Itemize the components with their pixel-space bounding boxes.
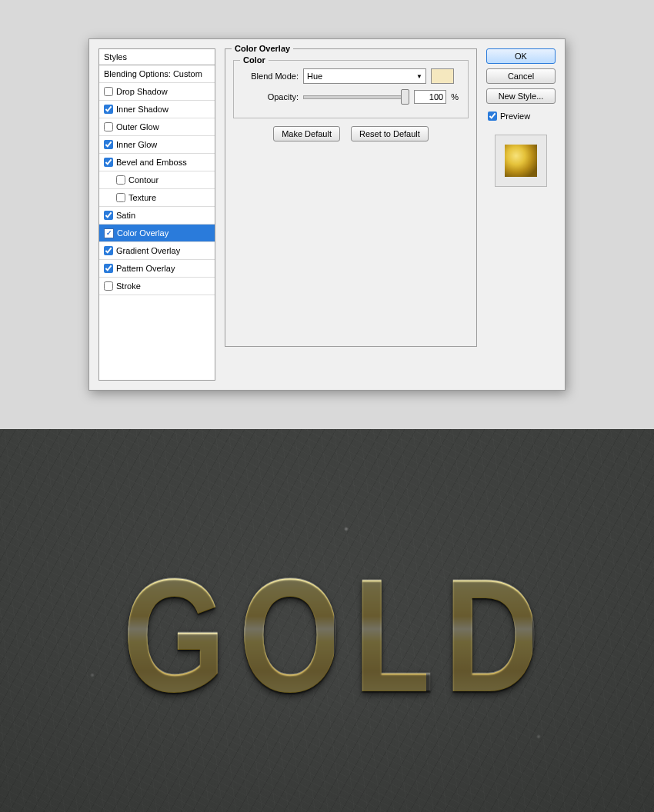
opacity-label: Opacity:: [243, 92, 299, 102]
style-checkbox-gradient-overlay[interactable]: [104, 246, 113, 255]
blending-options-label: Blending Options: Custom: [104, 69, 202, 78]
gold-letter: O: [239, 555, 335, 717]
style-label-texture: Texture: [128, 193, 156, 202]
style-checkbox-texture[interactable]: [116, 193, 125, 202]
style-label-drop-shadow: Drop Shadow: [116, 87, 168, 96]
gold-letter: D: [444, 555, 532, 717]
settings-panel: Color Overlay Color Blend Mode: Hue ▼: [225, 48, 477, 381]
styles-header: Styles: [99, 49, 215, 65]
blend-mode-value: Hue: [307, 72, 322, 81]
style-label-outer-glow: Outer Glow: [116, 122, 159, 131]
style-row-stroke[interactable]: Stroke: [99, 278, 215, 295]
new-style-button[interactable]: New Style...: [486, 88, 556, 104]
color-overlay-fieldset: Color Overlay Color Blend Mode: Hue ▼: [225, 48, 477, 347]
style-checkbox-satin[interactable]: [104, 211, 113, 220]
gold-letter: L: [353, 555, 426, 717]
thumbnail-swatch: [505, 145, 537, 177]
opacity-slider[interactable]: [303, 95, 409, 99]
blend-mode-label: Blend Mode:: [243, 72, 299, 81]
reset-default-button[interactable]: Reset to Default: [351, 126, 429, 141]
style-checkbox-bevel-emboss[interactable]: [104, 158, 113, 167]
style-label-contour: Contour: [128, 175, 158, 185]
blending-options-row[interactable]: Blending Options: Custom: [99, 65, 215, 83]
ok-button[interactable]: OK: [486, 48, 556, 64]
style-label-satin: Satin: [116, 211, 135, 220]
layer-style-dialog: Styles Blending Options: Custom Drop Sha…: [88, 38, 566, 391]
preview-checkbox[interactable]: [488, 111, 497, 121]
style-row-outer-glow[interactable]: Outer Glow: [99, 118, 215, 136]
slider-thumb[interactable]: [401, 89, 409, 105]
preview-toggle[interactable]: Preview: [486, 110, 556, 122]
color-swatch[interactable]: [431, 68, 454, 84]
style-label-pattern-overlay: Pattern Overlay: [116, 264, 175, 273]
color-group: Color Blend Mode: Hue ▼ Opacity:: [233, 60, 469, 118]
style-checkbox-color-overlay[interactable]: [104, 228, 114, 238]
artwork-canvas: GOLD: [0, 429, 654, 812]
styles-panel: Styles Blending Options: Custom Drop Sha…: [98, 48, 215, 381]
style-label-gradient-overlay: Gradient Overlay: [116, 246, 180, 255]
style-row-texture[interactable]: Texture: [99, 189, 215, 207]
chevron-down-icon: ▼: [416, 73, 422, 80]
blend-mode-select[interactable]: Hue ▼: [303, 68, 426, 84]
cancel-button[interactable]: Cancel: [486, 68, 556, 84]
gold-letter: G: [122, 555, 218, 717]
style-checkbox-pattern-overlay[interactable]: [104, 264, 113, 273]
preview-thumbnail: [495, 135, 547, 187]
style-label-bevel-emboss: Bevel and Emboss: [116, 158, 187, 167]
style-row-drop-shadow[interactable]: Drop Shadow: [99, 83, 215, 101]
style-label-stroke: Stroke: [116, 281, 141, 291]
color-group-title: Color: [240, 55, 269, 65]
opacity-unit: %: [451, 92, 459, 102]
style-row-gradient-overlay[interactable]: Gradient Overlay: [99, 242, 215, 260]
gold-text: GOLD: [112, 555, 542, 717]
style-row-contour[interactable]: Contour: [99, 171, 215, 189]
style-label-inner-shadow: Inner Shadow: [116, 105, 169, 114]
style-checkbox-contour[interactable]: [116, 175, 125, 185]
style-row-color-overlay[interactable]: Color Overlay: [99, 225, 215, 242]
opacity-value-input[interactable]: [414, 90, 446, 104]
dialog-actions: OK Cancel New Style... Preview: [486, 48, 556, 381]
style-row-bevel-emboss[interactable]: Bevel and Emboss: [99, 154, 215, 171]
style-row-pattern-overlay[interactable]: Pattern Overlay: [99, 260, 215, 278]
panel-title: Color Overlay: [232, 44, 293, 53]
style-label-inner-glow: Inner Glow: [116, 140, 157, 149]
style-checkbox-outer-glow[interactable]: [104, 122, 113, 131]
style-checkbox-inner-shadow[interactable]: [104, 105, 113, 114]
style-row-inner-glow[interactable]: Inner Glow: [99, 136, 215, 154]
style-row-satin[interactable]: Satin: [99, 207, 215, 225]
style-label-color-overlay: Color Overlay: [117, 228, 169, 238]
preview-label: Preview: [500, 111, 530, 121]
style-checkbox-inner-glow[interactable]: [104, 140, 113, 149]
style-checkbox-stroke[interactable]: [104, 281, 113, 291]
style-checkbox-drop-shadow[interactable]: [104, 87, 113, 96]
style-row-inner-shadow[interactable]: Inner Shadow: [99, 101, 215, 118]
make-default-button[interactable]: Make Default: [273, 126, 340, 141]
